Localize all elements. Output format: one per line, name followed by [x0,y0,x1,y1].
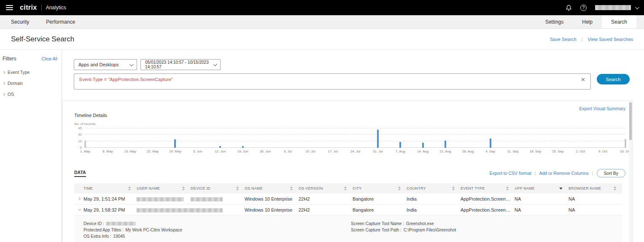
notifications-bell-icon[interactable] [566,5,572,11]
column-header-country[interactable]: COUNTRY [407,186,461,190]
timeline-bar[interactable] [445,141,446,148]
filter-item-event-type[interactable]: Event Type [3,67,57,78]
chevron-down-icon [78,208,81,211]
clear-all-filters-link[interactable]: Clear All [42,57,57,61]
column-header-device-id[interactable]: DEVICE ID [191,186,245,190]
clear-query-icon[interactable]: ✕ [581,77,585,82]
add-remove-columns-link[interactable]: Add or Remove Columns [539,171,589,176]
x-tick-label: 1. May [80,150,90,153]
export-csv-link[interactable]: Export to CSV format [490,171,531,176]
cell-os-name: Windows 10 Enterprise [245,207,299,212]
export-visual-summary-link[interactable]: Export Visual Summary [579,106,625,111]
x-tick-label: 10. Jul [305,150,315,153]
timeline-plot [85,128,625,148]
column-header-event-type[interactable]: EVENT TYPE [461,186,515,190]
column-header-time[interactable]: TIME [84,186,137,190]
detail-protected-app-titles: Protected App Titles : My Work PC-Citrix… [84,228,351,232]
sort-by-button[interactable]: Sort By [597,169,625,177]
nav-item-performance[interactable]: Performance [46,19,75,25]
timeline-bar[interactable] [422,143,424,148]
gridline [85,147,625,148]
top-bar: citrix Analytics ? [0,0,644,15]
x-tick-label: 9. Oct [598,150,607,153]
x-tick-label: 29. May [169,150,181,153]
timeline-bar[interactable] [84,141,86,148]
timeline-x-axis: 1. May8. May15. May22. May29. May5. Jun1… [85,150,625,155]
nav-item-help[interactable]: Help [573,15,602,28]
sort-icon [182,186,185,190]
filter-item-os[interactable]: OS [3,89,57,100]
save-search-link[interactable]: Save Search [550,37,577,42]
cell-browser-name: NA [569,196,622,201]
column-header-os-name[interactable]: OS NAME [245,186,299,190]
x-tick-label: 12. Jun [215,150,226,153]
search-query-text: Event-Type = "AppProtection.ScreenCaptur… [79,77,577,82]
hamburger-menu-icon[interactable] [6,5,13,10]
timeline-bar[interactable] [242,146,244,148]
cell-os-version: 22H2 [299,207,353,212]
data-heading: DATA [74,170,86,177]
collapse-row-button[interactable] [74,204,84,215]
cell-country: India [407,196,461,201]
table-row[interactable]: May 29, 1:58:32 PM Windows 10 Enterprise… [74,204,622,215]
data-source-value: Apps and Desktops [78,62,119,67]
vertical-scrollbar[interactable] [629,101,632,242]
redacted-user-name [595,5,631,10]
column-header-user-name[interactable]: USER NAME [137,186,191,190]
y-tick-label: 0 [80,146,82,150]
view-saved-searches-link[interactable]: View Saved Searches [588,37,633,42]
filter-item-label: Event Type [8,70,30,75]
x-tick-label: 26. Jun [260,150,271,153]
x-tick-label: 17. Jul [328,150,338,153]
timeline-bar[interactable] [174,139,176,148]
sort-icon [398,186,401,190]
column-header-browser-name[interactable]: BROWSER NAME [569,186,622,190]
cell-time: May 29, 1:51:24 PM [84,196,137,201]
x-tick-label: 25. Sep [552,150,564,153]
table-row[interactable]: May 29, 1:51:24 PM Windows 10 Enterprise… [74,193,622,204]
table-header-row: TIME USER NAME DEVICE ID OS NAME [74,183,622,193]
timeline-title: Timeline Details [74,113,632,118]
column-header-os-version[interactable]: OS VERSION [299,186,353,190]
filter-item-domain[interactable]: Domain [3,78,57,89]
redacted-device-id [191,208,223,212]
scrollbar-thumb[interactable] [629,102,632,140]
primary-nav: Security Performance Settings Help Searc… [0,15,644,29]
cell-os-name: Windows 10 Enterprise [245,196,299,201]
timeline-bar[interactable] [490,139,491,148]
data-source-select[interactable]: Apps and Desktops [74,59,137,70]
chevron-right-icon [2,71,5,73]
redacted-device-id [191,197,223,201]
filter-item-label: Domain [8,81,23,86]
expand-row-button[interactable] [74,193,84,204]
x-tick-label: 7. Aug [396,150,405,153]
cell-user-name [137,207,191,212]
nav-item-security[interactable]: Security [11,19,29,25]
chevron-right-icon [77,197,80,200]
x-tick-label: 3. Jul [284,150,292,153]
search-button[interactable]: Search [597,74,630,84]
timeline-bar[interactable] [399,142,401,148]
data-section: DATA Export to CSV format | Add or Remov… [74,169,632,242]
detail-screen-capture-tool-path: Screen Capture Tool Path : C:\Program Fi… [351,228,456,232]
sort-icon [128,186,131,190]
help-icon[interactable]: ? [580,5,587,11]
citrix-logo: citrix [20,4,37,11]
timeline-chart: No. of records 0153045 1. May8. May15. M… [74,122,625,155]
x-tick-label: 14. Aug [417,150,428,153]
column-header-city[interactable]: CITY [353,186,407,190]
redacted-user-name [137,208,191,212]
timeline-bar[interactable] [625,139,626,148]
date-range-select[interactable]: 05/01/2023 14:10:57 - 10/15/2023 14:10:5… [140,59,221,70]
nav-item-search[interactable]: Search [602,15,636,28]
sort-icon [452,186,455,190]
timeline-bar[interactable] [219,146,221,148]
search-query-input[interactable]: Event-Type = "AppProtection.ScreenCaptur… [74,73,591,90]
column-header-app-name[interactable]: APP NAME [515,186,569,190]
user-account-menu[interactable] [595,5,638,10]
page-title: Self-Service Search [11,35,74,44]
cell-city: Bangalore [353,196,407,201]
timeline-bar[interactable] [377,130,379,148]
separator: | [592,171,593,176]
nav-item-settings[interactable]: Settings [536,15,573,28]
